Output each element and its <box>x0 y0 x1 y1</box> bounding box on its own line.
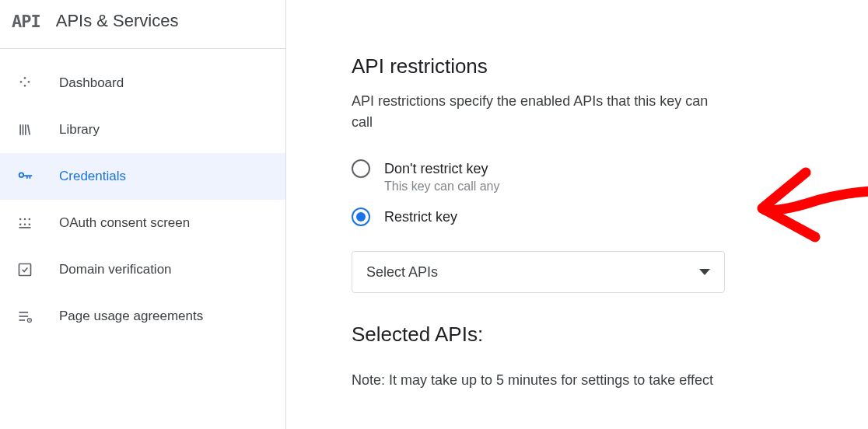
svg-point-0 <box>19 218 22 221</box>
radio-dont-restrict[interactable]: Don't restrict key This key can call any <box>352 159 852 194</box>
radio-icon <box>352 208 370 226</box>
svg-point-4 <box>24 223 26 225</box>
key-icon <box>16 167 34 186</box>
radio-icon <box>352 159 370 178</box>
section-description: API restrictions specify the enabled API… <box>352 91 725 133</box>
sidebar-item-label: Credentials <box>59 169 126 184</box>
svg-point-1 <box>24 218 26 221</box>
svg-rect-8 <box>19 312 29 313</box>
svg-rect-6 <box>19 227 31 228</box>
radio-label: Don't restrict key <box>384 159 500 178</box>
svg-point-12 <box>29 319 30 321</box>
sidebar-item-label: Page usage agreements <box>59 309 203 324</box>
sidebar-item-credentials[interactable]: Credentials <box>0 153 285 200</box>
consent-icon <box>16 214 34 232</box>
settings-note: Note: It may take up to 5 minutes for se… <box>352 370 725 391</box>
selected-apis-title: Selected APIs: <box>352 323 852 347</box>
sidebar-item-domain[interactable]: Domain verification <box>0 246 285 293</box>
main-content: API restrictions API restrictions specif… <box>286 0 868 429</box>
svg-point-5 <box>29 223 31 225</box>
section-title: API restrictions <box>352 54 852 78</box>
select-placeholder: Select APIs <box>366 264 438 281</box>
chevron-down-icon <box>699 269 710 275</box>
api-logo-icon: API <box>12 12 40 31</box>
svg-rect-7 <box>19 264 31 276</box>
radio-label: Restrict key <box>384 208 457 226</box>
sidebar-item-pageusage[interactable]: Page usage agreements <box>0 293 285 340</box>
sidebar-title: APIs & Services <box>56 11 179 31</box>
dashboard-icon <box>16 74 34 92</box>
radio-restrict[interactable]: Restrict key <box>352 208 852 226</box>
svg-point-3 <box>19 223 22 225</box>
sidebar-item-label: OAuth consent screen <box>59 215 190 231</box>
library-icon <box>16 120 34 139</box>
restriction-radio-group: Don't restrict key This key can call any… <box>352 159 852 226</box>
sidebar: API APIs & Services Dashboard Library <box>0 0 286 429</box>
sidebar-header: API APIs & Services <box>0 0 285 49</box>
svg-point-2 <box>29 218 31 221</box>
sidebar-nav: Dashboard Library Credentials OAuth cons… <box>0 49 285 340</box>
checkbox-icon <box>16 260 34 279</box>
sidebar-item-label: Domain verification <box>59 262 172 277</box>
sidebar-item-library[interactable]: Library <box>0 106 285 153</box>
list-gear-icon <box>16 307 34 326</box>
sidebar-item-dashboard[interactable]: Dashboard <box>0 60 285 106</box>
sidebar-item-oauth[interactable]: OAuth consent screen <box>0 200 285 246</box>
radio-sublabel: This key can call any <box>384 180 500 194</box>
sidebar-item-label: Dashboard <box>59 75 124 91</box>
svg-rect-9 <box>19 316 29 317</box>
sidebar-item-label: Library <box>59 122 100 138</box>
select-apis-dropdown[interactable]: Select APIs <box>352 251 725 293</box>
svg-rect-10 <box>19 319 26 321</box>
